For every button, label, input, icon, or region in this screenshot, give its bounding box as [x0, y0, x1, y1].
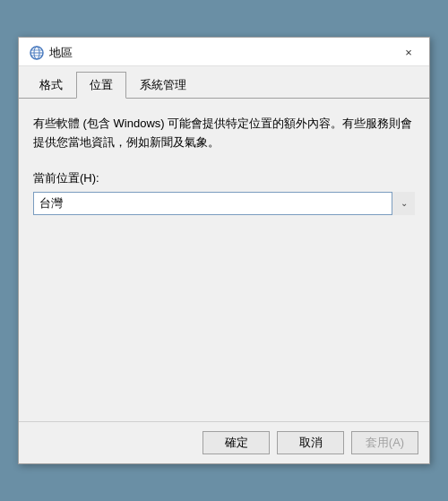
location-dropdown-wrapper: 台灣 ⌄: [33, 192, 415, 215]
close-button[interactable]: ×: [397, 43, 420, 63]
tab-location[interactable]: 位置: [76, 72, 126, 99]
dialog: 地區 × 格式 位置 系統管理 有些軟體 (包含 Windows) 可能會提供特…: [18, 37, 430, 464]
tab-content: 有些軟體 (包含 Windows) 可能會提供特定位置的額外內容。有些服務則會提…: [19, 99, 429, 421]
description-text: 有些軟體 (包含 Windows) 可能會提供特定位置的額外內容。有些服務則會提…: [33, 115, 415, 152]
title-bar-left: 地區: [30, 45, 73, 61]
location-dropdown[interactable]: 台灣: [33, 192, 415, 215]
tab-format[interactable]: 格式: [26, 72, 76, 99]
location-field-label: 當前位置(H):: [33, 170, 415, 186]
dialog-footer: 確定 取消 套用(A): [19, 421, 429, 463]
title-bar-controls: ×: [397, 43, 420, 63]
cancel-button[interactable]: 取消: [277, 431, 344, 454]
tab-bar: 格式 位置 系統管理: [19, 66, 429, 99]
dialog-title: 地區: [49, 45, 73, 61]
ok-button[interactable]: 確定: [202, 431, 270, 454]
globe-icon: [30, 46, 44, 60]
apply-button[interactable]: 套用(A): [351, 431, 418, 454]
title-bar: 地區 ×: [19, 38, 429, 66]
tab-admin[interactable]: 系統管理: [126, 72, 200, 99]
